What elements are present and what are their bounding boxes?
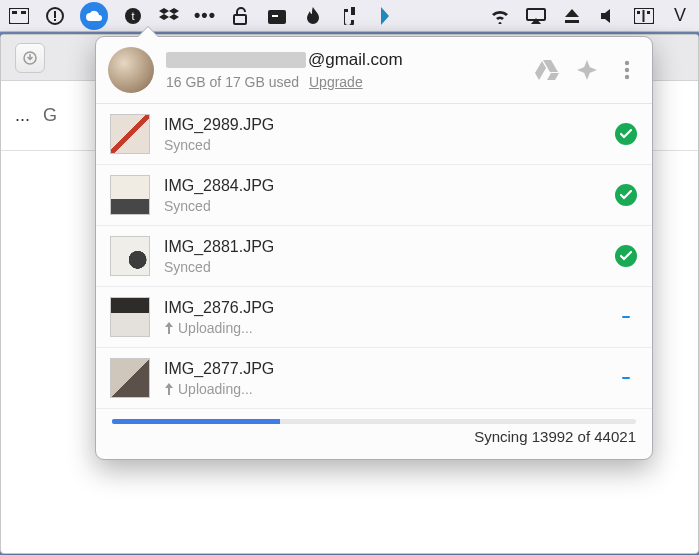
bg-truncated-text: ... (15, 105, 29, 126)
upload-arrow-icon (164, 322, 174, 334)
file-status: Synced (164, 259, 614, 275)
file-thumbnail (110, 236, 150, 276)
menubar-icon-8[interactable] (266, 5, 288, 27)
upload-arrow-icon (164, 383, 174, 395)
file-name: IMG_2877.JPG (164, 360, 614, 378)
menubar-icon-2[interactable] (44, 5, 66, 27)
menubar-icon-4[interactable]: t (122, 5, 144, 27)
svg-point-19 (625, 75, 629, 79)
synced-check-icon (614, 245, 638, 267)
file-status: Synced (164, 198, 614, 214)
file-row[interactable]: IMG_2884.JPGSynced (96, 165, 652, 226)
file-row[interactable]: IMG_2881.JPGSynced (96, 226, 652, 287)
popover-footer: Syncing 13992 of 44021 (96, 408, 652, 459)
overflow-menu-icon[interactable] (614, 57, 640, 83)
file-status: Uploading... (164, 381, 614, 397)
menubar-icon-1[interactable] (8, 5, 30, 27)
file-name: IMG_2876.JPG (164, 299, 614, 317)
svg-rect-4 (54, 11, 56, 18)
svg-rect-11 (565, 20, 579, 23)
file-thumbnail (110, 114, 150, 154)
file-status: Uploading... (164, 320, 614, 336)
svg-point-17 (625, 61, 629, 65)
file-thumbnail (110, 297, 150, 337)
svg-rect-5 (54, 19, 56, 21)
email-domain: @gmail.com (308, 50, 403, 70)
file-status: Synced (164, 137, 614, 153)
google-drive-menubar-icon[interactable] (80, 2, 108, 30)
evernote-menubar-icon[interactable] (338, 5, 360, 27)
lock-open-icon[interactable] (230, 5, 252, 27)
sync-progressbar (112, 419, 636, 424)
backblaze-menubar-icon[interactable] (302, 5, 324, 27)
svg-rect-2 (21, 11, 26, 14)
file-row[interactable]: IMG_2989.JPGSynced (96, 104, 652, 165)
svg-point-18 (625, 68, 629, 72)
menubar-edge: V (669, 5, 691, 27)
svg-rect-0 (9, 8, 29, 24)
sync-status-text: Syncing 13992 of 44021 (474, 428, 636, 445)
file-row[interactable]: IMG_2877.JPGUploading... (96, 348, 652, 408)
uploading-indicator (614, 377, 638, 379)
popover-header: @gmail.com 16 GB of 17 GB used Upgrade (96, 37, 652, 104)
file-name: IMG_2989.JPG (164, 116, 614, 134)
file-row[interactable]: IMG_2876.JPGUploading... (96, 287, 652, 348)
menubar-icon-11[interactable] (374, 5, 396, 27)
bg-download-button[interactable] (15, 43, 45, 73)
menubar-icon-right-5[interactable] (633, 5, 655, 27)
dropbox-menubar-icon[interactable] (158, 5, 180, 27)
more-menubar-icon[interactable]: ••• (194, 5, 216, 27)
svg-rect-1 (12, 11, 17, 14)
storage-text: 16 GB of 17 GB used (166, 74, 299, 90)
file-thumbnail (110, 175, 150, 215)
open-photos-icon[interactable] (574, 57, 600, 83)
menubar: t ••• V (0, 0, 699, 32)
synced-check-icon (614, 184, 638, 206)
bg-initial: G (43, 105, 57, 126)
email-redacted (166, 52, 306, 68)
file-name: IMG_2881.JPG (164, 238, 614, 256)
svg-rect-15 (647, 11, 650, 14)
open-drive-icon[interactable] (534, 57, 560, 83)
upgrade-link[interactable]: Upgrade (309, 74, 363, 90)
svg-text:t: t (131, 10, 134, 22)
svg-rect-8 (234, 15, 246, 24)
uploading-indicator (614, 316, 638, 318)
volume-icon[interactable] (597, 5, 619, 27)
airplay-icon[interactable] (525, 5, 547, 27)
svg-rect-13 (643, 10, 645, 22)
file-name: IMG_2884.JPG (164, 177, 614, 195)
file-thumbnail (110, 358, 150, 398)
svg-rect-14 (637, 11, 640, 14)
avatar[interactable] (108, 47, 154, 93)
eject-icon[interactable] (561, 5, 583, 27)
synced-check-icon (614, 123, 638, 145)
file-list: IMG_2989.JPGSyncedIMG_2884.JPGSyncedIMG_… (96, 104, 652, 408)
drive-popover: @gmail.com 16 GB of 17 GB used Upgrade I… (95, 36, 653, 460)
wifi-icon[interactable] (489, 5, 511, 27)
